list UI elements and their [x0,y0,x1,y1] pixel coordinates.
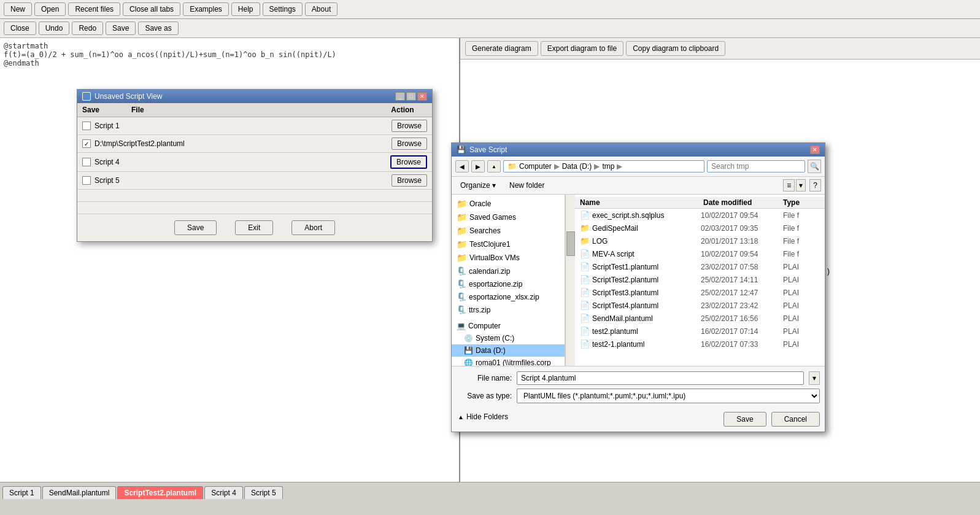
search-input[interactable] [707,160,805,172]
help-button[interactable]: Help [231,2,260,16]
about-button[interactable]: About [305,2,338,16]
examples-button[interactable]: Examples [183,2,229,16]
file-name-input[interactable] [517,371,804,385]
file-ttrs[interactable]: 🗜️ ttrs.zip [452,303,565,316]
cancel-file-button[interactable]: Cancel [771,412,820,427]
file-icon-2: 📁 [580,236,590,246]
file-date-0: 10/02/2017 09:54 [701,211,781,220]
file-name-dropdown[interactable]: ▾ [809,371,820,385]
file-row-4[interactable]: 📄 ScriptTest1.plantuml 23/02/2017 07:58 … [575,260,825,273]
breadcrumb-tmp: tmp [602,162,614,171]
dialog-abort-button[interactable]: Abort [291,220,335,235]
folder-data-d[interactable]: 💾 Data (D:) [452,344,565,357]
folder-computer[interactable]: 💻 Computer [452,320,565,332]
file-icon-6: 📄 [580,288,590,297]
folder-system-c[interactable]: 💿 System (C:) [452,332,565,344]
folder-tree[interactable]: 📁 Oracle 📁 Saved Games 📁 Searches 📁 Test… [452,195,565,366]
file-list[interactable]: Name Date modified Type 📄 exec_script.sh… [575,195,825,366]
maximize-button[interactable]: □ [406,92,416,101]
save-dialog-titlebar: 💾 Save Script ✕ [452,143,825,157]
view-icon-button[interactable]: ≡ [783,179,795,192]
up-button[interactable]: ▲ [487,160,501,172]
browse-btn-script1[interactable]: Browse [392,120,427,132]
close-button[interactable]: Close [4,21,36,35]
file-date-9: 16/02/2017 07:14 [701,327,781,336]
new-folder-button[interactable]: New folder [504,179,549,192]
redo-button[interactable]: Redo [72,21,103,35]
scroll-thumb[interactable] [566,231,575,256]
save-bottom: File name: ▾ Save as type: PlantUML file… [452,366,825,432]
checkbox-scripttest2[interactable] [82,139,91,148]
folder-roma01[interactable]: 🌐 roma01 (\\itrmfiles.corp [452,357,565,366]
dialog-exit-button[interactable]: Exit [235,220,273,235]
search-button[interactable]: 🔍 [808,160,821,173]
tab-script1[interactable]: Script 1 [2,486,41,499]
minimize-button[interactable]: _ [395,92,405,101]
save-type-select[interactable]: PlantUML files (*.plantuml;*.puml;*.pu;*… [517,389,820,403]
close-dialog-button[interactable]: ✕ [417,92,427,101]
dialog-save-button[interactable]: Save [174,220,217,235]
export-diagram-button[interactable]: Export diagram to file [541,41,623,56]
breadcrumb-computer: Computer [519,162,552,171]
organize-button[interactable]: Organize ▾ [455,179,501,192]
new-button[interactable]: New [4,2,32,16]
file-row-0[interactable]: 📄 exec_script.sh.sqlplus 10/02/2017 09:5… [575,209,825,222]
hide-folders-button[interactable]: ▲ Hide Folders [457,411,509,422]
file-row-3[interactable]: 📄 MEV-A script 10/02/2017 09:54 File f [575,247,825,260]
action-column-header: Action [378,106,427,114]
dialog-title: Unsaved Script View [95,92,163,101]
tab-sendmail[interactable]: SendMail.plantuml [42,486,117,499]
copy-diagram-button[interactable]: Copy diagram to clipboard [626,41,725,56]
file-row-1[interactable]: 📁 GediSpecMail 02/03/2017 09:35 File f [575,222,825,234]
file-name-10: test2-1.plantuml [592,340,698,349]
save-file-button[interactable]: Save [723,412,766,427]
browse-btn-script4[interactable]: Browse [390,155,427,169]
back-button[interactable]: ◀ [455,160,469,172]
checkbox-script5[interactable] [82,176,91,185]
folder-testclojure1[interactable]: 📁 TestClojure1 [452,238,565,251]
view-dropdown-button[interactable]: ▾ [796,179,806,192]
file-row-5[interactable]: 📄 ScriptTest2.plantuml 25/02/2017 14:11 … [575,273,825,286]
checkbox-script1[interactable] [82,122,91,130]
file-row-9[interactable]: 📄 test2.plantuml 16/02/2017 07:14 PLAI [575,325,825,338]
folder-saved-games[interactable]: 📁 Saved Games [452,211,565,224]
tab-script5[interactable]: Script 5 [244,486,283,499]
file-name-1: GediSpecMail [592,224,698,233]
help-button-dialog[interactable]: ? [809,179,821,192]
folder-virtualbox[interactable]: 📁 VirtualBox VMs [452,251,565,265]
file-icon-8: 📄 [580,314,590,323]
save-dialog-close-button[interactable]: ✕ [810,145,820,154]
dialog-row-2: Script 4 Browse [77,153,432,172]
file-date-10: 16/02/2017 07:33 [701,340,781,349]
dialog-row-0: Script 1 Browse [77,117,432,135]
zip-icon2: 🗜️ [457,279,466,288]
checkbox-script4[interactable] [82,158,91,166]
file-esportazione[interactable]: 🗜️ esportazione.zip [452,277,565,290]
forward-button[interactable]: ▶ [471,160,485,172]
save-button[interactable]: Save [106,21,136,35]
browse-btn-scripttest2[interactable]: Browse [392,137,427,150]
undo-button[interactable]: Undo [39,21,70,35]
path-breadcrumb[interactable]: 📁 Computer ▶ Data (D:) ▶ tmp ▶ [503,160,704,172]
browse-btn-script5[interactable]: Browse [392,174,427,187]
folder-tree-scrollbar[interactable] [565,195,575,366]
save-as-button[interactable]: Save as [138,21,178,35]
folder-oracle[interactable]: 📁 Oracle [452,197,565,211]
file-row-7[interactable]: 📄 ScriptTest4.plantuml 23/02/2017 23:42 … [575,299,825,312]
file-row-8[interactable]: 📄 SendMail.plantuml 25/02/2017 16:56 PLA… [575,312,825,325]
code-editor[interactable]: @startmath f(t)=(a_0)/2 + sum_(n=1)^oo a… [0,38,459,71]
file-row-10[interactable]: 📄 test2-1.plantuml 16/02/2017 07:33 PLAI [575,338,825,350]
file-row-6[interactable]: 📄 ScriptTest3.plantuml 25/02/2017 12:47 … [575,286,825,299]
file-esportazione-xlsx[interactable]: 🗜️ esportazione_xlsx.zip [452,290,565,303]
tab-scripttest2[interactable]: ScriptTest2.plantuml [117,486,203,499]
generate-diagram-button[interactable]: Generate diagram [465,41,538,56]
file-icon-3: 📄 [580,249,590,258]
recent-files-button[interactable]: Recent files [68,2,120,16]
file-calendari[interactable]: 🗜️ calendari.zip [452,265,565,277]
tab-script4[interactable]: Script 4 [204,486,243,499]
open-button[interactable]: Open [34,2,66,16]
close-all-tabs-button[interactable]: Close all tabs [123,2,180,16]
file-row-2[interactable]: 📁 LOG 20/01/2017 13:18 File f [575,234,825,247]
settings-button[interactable]: Settings [263,2,303,16]
folder-searches[interactable]: 📁 Searches [452,224,565,238]
